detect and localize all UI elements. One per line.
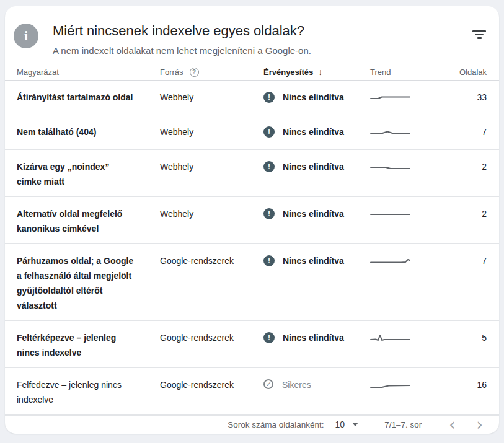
next-page-icon[interactable]: › [474, 418, 485, 431]
help-icon[interactable]: ? [190, 68, 199, 77]
page-title: Miért nincsenek indexelve egyes oldalak? [53, 22, 472, 40]
trend-sparkline [370, 330, 438, 348]
table-row[interactable]: Felfedezve – jelenleg nincs indexelve Go… [5, 368, 499, 415]
trend-sparkline [370, 125, 438, 142]
row-pages-count: 7 [438, 125, 487, 139]
row-validation-status: ! ✓ Sikeres [263, 377, 370, 392]
row-pages-count: 16 [438, 377, 487, 392]
card-header: i Miért nincsenek indexelve egyes oldala… [5, 6, 499, 56]
previous-page-icon[interactable]: ‹ [446, 418, 458, 431]
table-row[interactable]: Kizárva egy „noindex” címke miatt Webhel… [5, 150, 499, 197]
row-source: Webhely [160, 159, 263, 174]
alert-icon: ! [263, 255, 275, 266]
row-explanation: Átirányítást tartalmazó oldal [17, 90, 160, 105]
alert-icon: ! [263, 332, 275, 343]
sort-descending-icon: ↓ [318, 67, 322, 77]
row-source: Google-rendszerek [160, 253, 263, 268]
status-label: Nincs elindítva [283, 90, 344, 105]
index-coverage-card: i Miért nincsenek indexelve egyes oldala… [5, 6, 499, 434]
column-header-pages[interactable]: Oldalak [438, 68, 487, 77]
row-source: Webhely [160, 90, 263, 105]
row-source: Google-rendszerek [160, 330, 263, 345]
column-header-validation[interactable]: Érvényesítés ↓ [263, 67, 370, 77]
status-label: Nincs elindítva [283, 206, 344, 221]
row-pages-count: 7 [438, 253, 487, 268]
check-icon: ✓ [263, 379, 273, 389]
column-label: Oldalak [459, 68, 487, 77]
trend-sparkline [370, 377, 438, 395]
trend-sparkline [370, 206, 438, 224]
table-row[interactable]: Párhuzamos oldal; a Google a felhasználó… [5, 244, 499, 321]
filter-icon[interactable] [472, 27, 487, 42]
status-label: Sikeres [282, 377, 311, 392]
alert-icon: ! [263, 208, 275, 219]
row-explanation: Párhuzamos oldal; a Google a felhasználó… [17, 253, 160, 313]
alert-icon: ! [263, 126, 275, 138]
row-validation-status: ! ✓ Nincs elindítva [263, 206, 370, 221]
row-explanation: Felfedezve – jelenleg nincs indexelve [17, 377, 160, 407]
trend-sparkline [370, 253, 438, 271]
table-row[interactable]: Feltérképezve – jelenleg nincs indexelve… [5, 321, 499, 368]
alert-icon: ! [263, 92, 275, 103]
row-source: Google-rendszerek [160, 377, 263, 392]
column-header-trend[interactable]: Trend [370, 68, 438, 77]
column-header-explanation[interactable]: Magyarázat [17, 68, 160, 77]
rows-per-page-value: 10 [335, 419, 345, 429]
row-pages-count: 2 [438, 159, 487, 174]
row-validation-status: ! ✓ Nincs elindítva [263, 253, 370, 268]
rows-per-page-select[interactable]: 10 [335, 419, 359, 429]
status-label: Nincs elindítva [283, 159, 344, 174]
pagination-range-label: 7/1–7. sor [384, 420, 422, 429]
rows-per-page-label: Sorok száma oldalanként: [228, 420, 324, 429]
row-validation-status: ! ✓ Nincs elindítva [263, 125, 370, 139]
page-subtitle: A nem indexelt oldalakat nem lehet megje… [53, 45, 472, 56]
row-explanation: Feltérképezve – jelenleg nincs indexelve [17, 330, 160, 360]
dropdown-arrow-icon [352, 423, 358, 426]
info-icon: i [14, 24, 38, 48]
table-row[interactable]: Átirányítást tartalmazó oldal Webhely ! … [5, 81, 499, 115]
status-label: Nincs elindítva [283, 125, 344, 139]
trend-sparkline [370, 90, 438, 107]
table-header-row: Magyarázat Forrás ? Érvényesítés ↓ Trend… [5, 64, 499, 81]
row-explanation: Kizárva egy „noindex” címke miatt [17, 159, 160, 189]
column-label: Magyarázat [17, 68, 59, 77]
row-pages-count: 5 [438, 330, 487, 345]
row-explanation: Alternatív oldal megfelelő kanonikus cím… [17, 206, 160, 236]
header-text: Miért nincsenek indexelve egyes oldalak?… [53, 22, 472, 56]
row-source: Webhely [160, 206, 263, 221]
column-label: Trend [370, 68, 391, 77]
row-validation-status: ! ✓ Nincs elindítva [263, 90, 370, 105]
row-validation-status: ! ✓ Nincs elindítva [263, 330, 370, 345]
pager: ‹ › [446, 418, 485, 431]
alert-icon: ! [263, 161, 275, 172]
row-source: Webhely [160, 125, 263, 139]
status-label: Nincs elindítva [283, 330, 344, 345]
column-label: Forrás [160, 68, 183, 77]
table-row[interactable]: Nem található (404) Webhely ! ✓ Nincs el… [5, 115, 499, 150]
table-body: Átirányítást tartalmazó oldal Webhely ! … [5, 81, 499, 415]
row-explanation: Nem található (404) [17, 125, 160, 139]
row-validation-status: ! ✓ Nincs elindítva [263, 159, 370, 174]
row-pages-count: 2 [438, 206, 487, 221]
trend-sparkline [370, 159, 438, 177]
row-pages-count: 33 [438, 90, 487, 105]
column-label: Érvényesítés [263, 68, 313, 77]
status-label: Nincs elindítva [283, 253, 344, 268]
column-header-source[interactable]: Forrás ? [160, 68, 263, 77]
table-row[interactable]: Alternatív oldal megfelelő kanonikus cím… [5, 197, 499, 244]
pagination-footer: Sorok száma oldalanként: 10 7/1–7. sor ‹… [5, 415, 499, 434]
